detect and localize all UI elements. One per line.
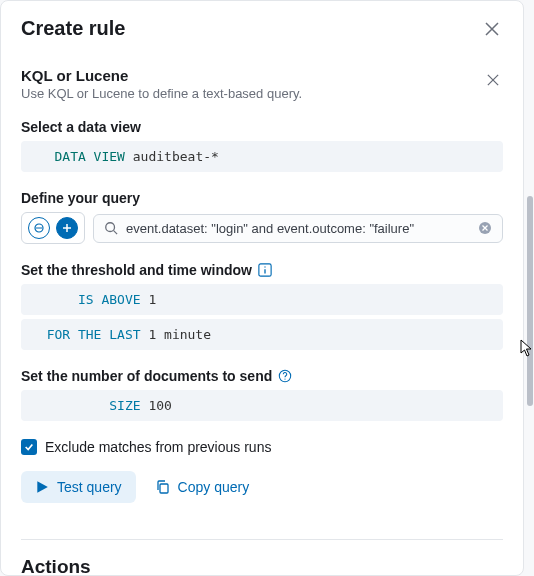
scrollbar-track[interactable] (526, 0, 534, 576)
query-type-titles: KQL or Lucene Use KQL or Lucene to defin… (21, 67, 302, 101)
search-icon (104, 221, 118, 235)
clear-icon[interactable] (478, 221, 492, 235)
documents-label-text: Set the number of documents to send (21, 368, 272, 384)
close-icon (485, 22, 499, 36)
exclude-label: Exclude matches from previous runs (45, 439, 271, 455)
documents-size-field[interactable]: SIZE 100 (21, 390, 503, 421)
is-above-value: 1 (148, 292, 156, 307)
create-rule-panel: Create rule KQL or Lucene Use KQL or Luc… (0, 0, 524, 576)
exclude-row: Exclude matches from previous runs (21, 439, 503, 455)
svg-line-5 (114, 231, 118, 235)
svg-point-11 (285, 378, 286, 379)
add-filter-button[interactable] (56, 217, 78, 239)
svg-point-4 (106, 223, 115, 232)
query-text: event.dataset: "login" and event.outcome… (126, 221, 470, 236)
copy-query-label: Copy query (178, 479, 250, 495)
data-view-label: Select a data view (21, 119, 503, 135)
data-view-value: auditbeat-* (133, 149, 219, 164)
for-last-keyword: FOR THE LAST (47, 327, 141, 342)
copy-query-button[interactable]: Copy query (142, 471, 264, 503)
query-input[interactable]: event.dataset: "login" and event.outcome… (93, 214, 503, 243)
for-last-value: 1 minute (148, 327, 211, 342)
scrollbar-thumb[interactable] (527, 196, 533, 406)
test-query-label: Test query (57, 479, 122, 495)
svg-rect-12 (160, 484, 168, 493)
exclude-checkbox[interactable] (21, 439, 37, 455)
filter-buttons (21, 212, 85, 244)
size-value: 100 (148, 398, 171, 413)
panel-header: Create rule (21, 17, 503, 55)
close-button[interactable] (481, 17, 503, 43)
action-buttons: Test query Copy query (21, 471, 503, 503)
documents-label: Set the number of documents to send (21, 368, 503, 384)
threshold-window-field[interactable]: FOR THE LAST 1 minute (21, 319, 503, 350)
collapse-button[interactable] (483, 67, 503, 93)
size-keyword: SIZE (109, 398, 140, 413)
filter-options-button[interactable] (28, 217, 50, 239)
query-row: event.dataset: "login" and event.outcome… (21, 212, 503, 244)
close-icon (487, 74, 499, 86)
query-type-description: Use KQL or Lucene to define a text-based… (21, 86, 302, 101)
play-icon (35, 480, 49, 494)
info-icon[interactable] (258, 263, 272, 277)
actions-heading: Actions (21, 556, 503, 576)
plus-icon (62, 223, 72, 233)
section-divider (21, 539, 503, 540)
threshold-label: Set the threshold and time window (21, 262, 503, 278)
threshold-label-text: Set the threshold and time window (21, 262, 252, 278)
help-icon[interactable] (278, 369, 292, 383)
check-icon (24, 442, 34, 452)
panel-title: Create rule (21, 17, 126, 40)
is-above-keyword: IS ABOVE (78, 292, 141, 307)
query-type-title: KQL or Lucene (21, 67, 302, 84)
filter-icon (34, 223, 44, 233)
query-type-section: KQL or Lucene Use KQL or Lucene to defin… (21, 67, 503, 101)
data-view-field[interactable]: DATA VIEW auditbeat-* (21, 141, 503, 172)
copy-icon (156, 480, 170, 494)
data-view-keyword: DATA VIEW (54, 149, 124, 164)
query-label: Define your query (21, 190, 503, 206)
threshold-above-field[interactable]: IS ABOVE 1 (21, 284, 503, 315)
test-query-button[interactable]: Test query (21, 471, 136, 503)
